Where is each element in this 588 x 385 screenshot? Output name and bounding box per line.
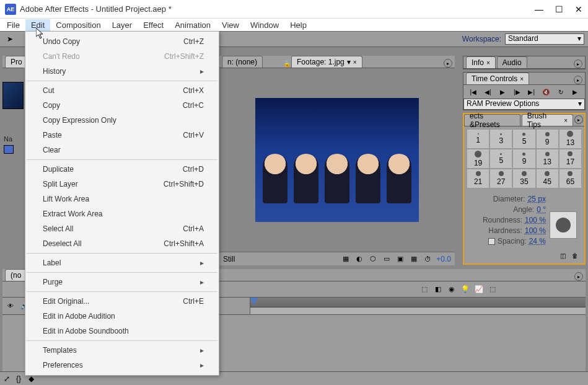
project-item-icon[interactable] [4,145,14,154]
menu-item-label[interactable]: Label▸ [25,255,219,270]
mute-button[interactable]: 🔇 [542,87,550,96]
menu-item-copy-expression-only[interactable]: Copy Expression Only [25,113,219,128]
menu-item-paste[interactable]: PasteCtrl+V [25,128,219,143]
play-button[interactable]: ▶ [498,87,507,96]
menu-view[interactable]: View [216,19,245,31]
brush-preset-27[interactable]: 27 [489,169,512,188]
menu-composition[interactable]: Composition [50,19,106,31]
close-icon[interactable]: × [353,59,357,66]
workspace-select[interactable]: Standard ▾ [505,33,584,45]
brush-preset-45[interactable]: 45 [536,169,559,188]
menu-item-cut[interactable]: CutCtrl+X [25,83,219,98]
brush-preset-1[interactable]: 1 [467,129,489,149]
ram-preview-button[interactable]: ▶ [571,87,579,96]
graph-icon[interactable]: 📈 [474,285,484,294]
grid-icon[interactable]: ▦ [341,254,351,264]
menu-item-preferences[interactable]: Preferences▸ [25,358,219,373]
brush-preset-65[interactable]: 65 [559,169,582,188]
timeline-tab[interactable]: (no [5,269,27,281]
menu-item-edit-in-adobe-soundbooth[interactable]: Edit in Adobe Soundbooth [25,324,219,339]
first-frame-button[interactable]: |◀ [469,87,478,96]
brush-preset-13[interactable]: 13 [559,129,582,149]
diameter-value[interactable]: 25 px [528,195,546,203]
channel-icon[interactable]: ⬡ [368,254,378,264]
info-tab[interactable]: Info× [466,56,496,68]
close-icon[interactable]: × [520,76,524,82]
brush-preset-21[interactable]: 21 [467,169,489,188]
panel-menu-button[interactable]: ▸ [574,272,583,281]
new-brush-icon[interactable]: ◫ [558,251,567,260]
timecode-icon[interactable]: ⏱ [423,254,432,264]
menu-item-extract-work-area[interactable]: Extract Work Area [25,206,219,221]
delete-brush-icon[interactable]: 🗑 [571,251,579,260]
panel-menu-button[interactable]: ▸ [444,59,452,68]
project-thumbnail[interactable] [2,82,24,109]
menu-item-undo-copy[interactable]: Undo CopyCtrl+Z [25,34,219,49]
region-icon[interactable]: ▣ [395,254,405,264]
prev-frame-button[interactable]: ◀| [483,87,492,96]
last-frame-button[interactable]: ▶| [527,87,536,96]
loop-button[interactable]: ↻ [556,87,565,96]
project-column-name[interactable]: Na [2,134,24,144]
close-icon[interactable]: × [486,60,490,66]
brush-preset-35[interactable]: 35 [512,169,535,188]
menu-item-select-all[interactable]: Select AllCtrl+A [25,221,219,236]
menu-window[interactable]: Window [245,19,284,31]
maximize-button[interactable]: ☐ [555,5,563,14]
eye-icon[interactable]: 👁 [6,302,15,311]
viewer-tab-footage[interactable]: Footage: 1.jpg ▾ × [291,56,362,68]
menu-edit[interactable]: Edit [25,19,50,31]
brush-preset-3[interactable]: 3 [489,129,512,149]
brainstorm-icon[interactable]: 💡 [460,285,470,294]
panel-menu-button[interactable]: ▸ [574,60,582,68]
menu-item-split-layer[interactable]: Split LayerCtrl+Shift+D [25,177,219,192]
menu-item-copy[interactable]: CopyCtrl+C [25,98,219,113]
audio-tab[interactable]: Audio [497,56,527,68]
menu-file[interactable]: File [1,19,25,31]
menu-item-purge[interactable]: Purge▸ [25,275,219,290]
viewer-tab-none[interactable]: n: (none) [222,56,263,68]
close-button[interactable]: ✕ [574,5,583,14]
motion-blur-icon[interactable]: ◉ [447,285,457,294]
menu-item-lift-work-area[interactable]: Lift Work Area [25,192,219,206]
transparency-icon[interactable]: ▦ [409,254,419,264]
exposure-value[interactable]: +0.0 [436,255,451,263]
viewer-content[interactable] [219,68,455,252]
menu-item-duplicate[interactable]: DuplicateCtrl+D [25,162,219,177]
selection-tool[interactable]: ➤ [4,33,16,45]
roundness-value[interactable]: 100 % [525,216,546,224]
panel-menu-button[interactable]: ▸ [574,115,583,124]
menu-item-templates[interactable]: Templates▸ [25,343,219,358]
draft-icon[interactable]: ⬚ [488,285,498,294]
menu-animation[interactable]: Animation [169,19,216,31]
chevron-down-icon[interactable]: ▾ [347,58,351,66]
brush-preset-17[interactable]: 17 [559,149,582,169]
brackets-icon[interactable]: {} [16,374,25,383]
mask-icon[interactable]: ◐ [354,254,364,264]
menu-item-clear[interactable]: Clear [25,143,219,157]
frame-blend-icon[interactable]: ◧ [433,285,443,294]
brush-preset-13[interactable]: 13 [536,149,559,169]
brush-preset-9[interactable]: 9 [512,149,535,169]
resolution-icon[interactable]: ▭ [382,254,392,264]
time-ruler[interactable] [250,298,586,308]
brush-preset-19[interactable]: 19 [467,149,489,169]
menu-item-deselect-all[interactable]: Deselect AllCtrl+Shift+A [25,236,219,251]
next-frame-button[interactable]: |▶ [512,87,521,96]
ram-preview-select[interactable]: RAM Preview Options ▾ [463,99,585,110]
spacing-checkbox[interactable] [488,238,495,245]
angle-value[interactable]: 0 ° [537,205,546,214]
effects-presets-tab[interactable]: ects &Presets [464,114,520,126]
playhead[interactable] [250,298,258,305]
brush-preset-5[interactable]: 5 [489,149,512,169]
menu-effect[interactable]: Effect [138,19,169,31]
menu-help[interactable]: Help [284,19,312,31]
spacing-value[interactable]: 24 % [529,237,546,246]
brush-preset-5[interactable]: 5 [512,129,535,149]
menu-item-edit-in-adobe-audition[interactable]: Edit in Adobe Audition [25,309,219,324]
hardness-value[interactable]: 100 % [525,226,546,235]
brush-preset-9[interactable]: 9 [536,129,559,149]
menu-item-history[interactable]: History▸ [25,64,219,79]
panel-menu-button[interactable]: ▸ [574,76,582,84]
time-controls-tab[interactable]: Time Controls× [466,73,529,84]
